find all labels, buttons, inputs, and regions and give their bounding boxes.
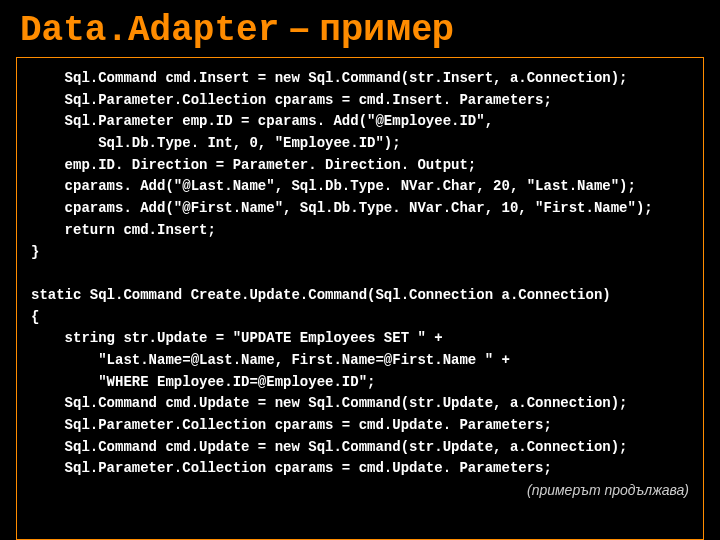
code-line: Sql.Parameter.Collection cparams = cmd.U… bbox=[31, 417, 552, 433]
code-line: Sql.Command cmd.Update = new Sql.Command… bbox=[31, 395, 628, 411]
continuation-note: (примерът продължава) bbox=[31, 480, 689, 498]
code-line: Sql.Parameter.Collection cparams = cmd.I… bbox=[31, 92, 552, 108]
code-block: Sql.Command cmd.Insert = new Sql.Command… bbox=[31, 68, 689, 480]
title-cyrillic: пример bbox=[319, 7, 454, 48]
code-line: Sql.Db.Type. Int, 0, "Employee.ID"); bbox=[31, 135, 401, 151]
slide: Data.Adapter – пример Sql.Command cmd.In… bbox=[0, 0, 720, 540]
code-line: "Last.Name=@Last.Name, First.Name=@First… bbox=[31, 352, 510, 368]
code-line: Sql.Parameter.Collection cparams = cmd.U… bbox=[31, 460, 552, 476]
slide-title: Data.Adapter – пример bbox=[0, 0, 720, 57]
code-line: static Sql.Command Create.Update.Command… bbox=[31, 287, 611, 303]
code-line: emp.ID. Direction = Parameter. Direction… bbox=[31, 157, 476, 173]
code-box: Sql.Command cmd.Insert = new Sql.Command… bbox=[16, 57, 704, 540]
code-line: cparams. Add("@Last.Name", Sql.Db.Type. … bbox=[31, 178, 636, 194]
code-line: Sql.Parameter emp.ID = cparams. Add("@Em… bbox=[31, 113, 493, 129]
code-line: string str.Update = "UPDATE Employees SE… bbox=[31, 330, 443, 346]
code-line: Sql.Command cmd.Update = new Sql.Command… bbox=[31, 439, 628, 455]
code-line: return cmd.Insert; bbox=[31, 222, 216, 238]
code-line: cparams. Add("@First.Name", Sql.Db.Type.… bbox=[31, 200, 653, 216]
code-line: { bbox=[31, 309, 39, 325]
code-line: } bbox=[31, 244, 39, 260]
title-mono: Data.Adapter bbox=[20, 10, 279, 51]
title-dash: – bbox=[279, 7, 319, 48]
code-line: "WHERE Employee.ID=@Employee.ID"; bbox=[31, 374, 375, 390]
code-line: Sql.Command cmd.Insert = new Sql.Command… bbox=[31, 70, 628, 86]
